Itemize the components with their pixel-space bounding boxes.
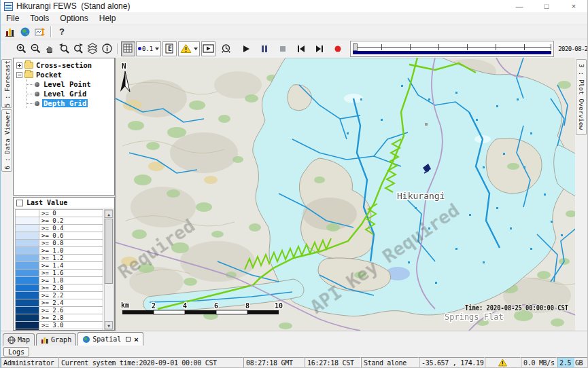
time-slider-track [353, 47, 551, 48]
tab-plot-overview[interactable]: 3 : Plot Overview [576, 59, 587, 135]
stop-button[interactable] [275, 41, 290, 56]
legend-row[interactable]: >= 1.6 [15, 269, 103, 276]
tree-node-cross-section[interactable]: Cross-section [14, 60, 114, 70]
status-warning[interactable] [485, 357, 521, 368]
svg-text:2: 2 [152, 302, 156, 310]
legend-row[interactable]: >= 2.6 [15, 306, 103, 314]
legend-row[interactable]: >= 0.2 [15, 217, 103, 224]
step-forward-button[interactable] [312, 41, 326, 56]
legend-row[interactable]: >= 2.8 [15, 314, 103, 321]
legend-panel: Last Value >= 0>= 0.2>= 0.4>= 0.6>= 0.8>… [13, 197, 115, 331]
menu-file[interactable]: File [1, 14, 24, 23]
thresholds-dropdown[interactable] [178, 41, 200, 56]
legend-row[interactable]: >= 1.8 [15, 276, 103, 284]
contour-dot-icon [138, 47, 141, 50]
layers-icon [87, 43, 99, 54]
map-time-overlay: Time: 2020-08-25 00:00:00 CST [465, 303, 568, 312]
tree-node-pocket[interactable]: Pocket [14, 70, 114, 79]
pan-button[interactable] [43, 41, 57, 56]
menu-help[interactable]: Help [94, 14, 122, 23]
spatial-viewer-button[interactable] [18, 25, 33, 39]
expand-icon[interactable] [16, 62, 22, 69]
status-memory[interactable]: 2.5 GB [557, 357, 588, 368]
legend-scrollbar[interactable]: ▲ ▼ [104, 209, 114, 330]
legend-row-label: >= 0.2 [39, 217, 103, 224]
legend-color-swatch [15, 314, 39, 321]
tab-map[interactable]: Map [3, 333, 35, 346]
legend-row[interactable]: >= 1.2 [15, 254, 103, 261]
warning-triangle-icon [180, 43, 192, 54]
pause-button[interactable] [257, 41, 271, 56]
legend-row[interactable]: >= 0.8 [15, 239, 103, 246]
restore-pane-icon[interactable] [126, 337, 131, 342]
tree-item-depth-grid[interactable]: Depth Grid [27, 98, 114, 108]
close-pane-icon[interactable]: × [134, 335, 138, 344]
legend-row[interactable]: >= 2.0 [15, 284, 103, 291]
legend-color-swatch [15, 217, 39, 224]
legend-row[interactable]: >= 2.2 [15, 291, 103, 299]
legend-row[interactable]: >= 0.4 [15, 224, 103, 232]
status-user: Administrator [1, 357, 58, 368]
logs-button[interactable]: Logs [3, 347, 29, 356]
bar-chart-icon [5, 26, 16, 37]
legend-row[interactable]: >= 1.4 [15, 261, 103, 269]
globe-icon [82, 335, 90, 344]
menu-tools[interactable]: Tools [24, 14, 54, 23]
animation-settings-button[interactable] [219, 41, 233, 56]
legend-header: Last Value [14, 198, 114, 208]
tab-spatial[interactable]: Spatial × [77, 332, 143, 346]
last-value-checkbox[interactable] [16, 200, 23, 206]
tab-graph[interactable]: Graph [36, 333, 76, 346]
scrollbar-thumb[interactable] [105, 219, 113, 284]
tree-item-level-point[interactable]: Level Point [27, 79, 114, 89]
right-tab-strip: 3 : Plot Overview [575, 58, 587, 331]
time-slider[interactable] [350, 41, 554, 57]
filter-tree: Cross-section Pocket Level Point [13, 58, 115, 196]
menu-options[interactable]: Options [54, 14, 93, 23]
toolbar-separator [50, 26, 52, 37]
layers-button[interactable] [86, 41, 100, 56]
record-button[interactable] [330, 41, 345, 56]
zoom-previous-button[interactable] [57, 41, 71, 56]
toolbar-separator [117, 43, 118, 54]
app-logo-icon [4, 2, 13, 11]
maximize-button[interactable]: □ [533, 0, 560, 12]
grid-display-button[interactable] [121, 41, 135, 56]
map-viewport[interactable]: API Key Required API Key Required N km 2… [115, 58, 576, 331]
legend-color-swatch [15, 246, 39, 254]
status-network: 0.0 MB/s [521, 357, 557, 368]
minimize-button[interactable]: — [506, 0, 533, 12]
tab-forecast[interactable]: 5 : Forecast [1, 59, 12, 108]
play-button[interactable] [239, 41, 253, 56]
legend-row[interactable]: >= 3.0 [15, 321, 103, 329]
info-button[interactable] [100, 41, 114, 56]
chart-arrow-icon [35, 26, 46, 37]
zoom-out-button[interactable] [29, 41, 43, 56]
bottom-tab-bar: Map Graph Spatial × [1, 331, 587, 346]
tree-item-level-grid[interactable]: Level Grid [27, 89, 114, 98]
collapse-icon[interactable] [16, 72, 22, 78]
zoom-next-button[interactable] [71, 41, 86, 56]
scroll-up-icon[interactable]: ▲ [105, 210, 113, 218]
step-back-button[interactable] [294, 41, 308, 56]
legend-toggle-button[interactable]: E [162, 41, 177, 56]
scroll-down-icon[interactable]: ▼ [105, 321, 113, 329]
database-viewer-button[interactable] [3, 25, 18, 39]
town-label: Hikurangi [397, 191, 445, 201]
svg-text:N: N [122, 62, 126, 71]
animation-window-button[interactable] [201, 41, 215, 56]
tab-data-viewer[interactable]: 6 : Data Viewer [1, 109, 12, 172]
legend-row[interactable]: >= 2.4 [15, 299, 103, 306]
help-button[interactable]: ? [54, 25, 69, 39]
legend-row[interactable]: >= 1.0 [15, 246, 103, 254]
display-manager-button[interactable] [33, 25, 48, 39]
contour-threshold-value: 0.1 [142, 45, 153, 52]
legend-row[interactable]: >= 0 [15, 209, 103, 217]
time-slider-handle[interactable] [353, 43, 358, 51]
zoom-in-button[interactable] [14, 41, 29, 56]
close-button[interactable]: × [560, 0, 587, 12]
legend-row-label: >= 0.4 [39, 224, 103, 232]
legend-row[interactable]: >= 0.6 [15, 232, 103, 239]
contour-threshold-dropdown[interactable]: 0.1 [136, 41, 161, 56]
locality-label: Springs Flat [445, 312, 504, 322]
